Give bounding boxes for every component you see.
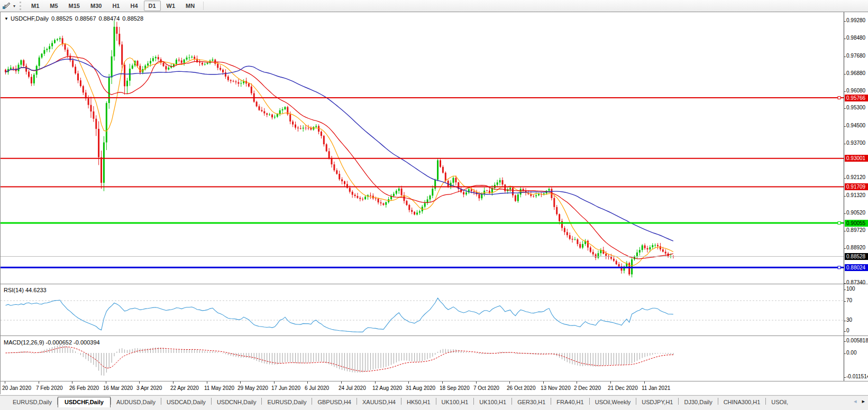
timeframe-button-w1[interactable]: W1 (162, 1, 180, 11)
tab-fra40-h1[interactable]: FRA40,H1 (551, 397, 589, 407)
rsi-canvas[interactable] (1, 285, 844, 336)
candle-body (341, 179, 343, 181)
candle-body (569, 235, 571, 239)
candle-body (559, 214, 560, 221)
candle-body (188, 58, 190, 58)
chart-collapse-icon[interactable]: ▼ (4, 16, 8, 21)
tab-eurusd-daily[interactable]: EURUSD,Daily (262, 397, 312, 407)
tab-scroll-left-icon[interactable]: ◂ (854, 397, 857, 405)
candle-body (18, 65, 20, 71)
candle-body (233, 81, 234, 81)
tab-usdchf-daily[interactable]: USDCHF,Daily (58, 397, 111, 407)
timeframe-button-h4[interactable]: H4 (125, 1, 142, 11)
tab-gbpusd-h4[interactable]: GBPUSD,H4 (312, 397, 357, 407)
tab-china300-h1[interactable]: CHINA300,H1 (718, 397, 766, 407)
tab-usdcad-daily[interactable]: USDCAD,Daily (161, 397, 211, 407)
chart-tools-dropdown-icon[interactable]: ▾ (11, 4, 17, 8)
tab-uk100-h1[interactable]: UK100,H1 (474, 397, 511, 407)
candle-body (471, 189, 472, 191)
timeframe-button-m1[interactable]: M1 (26, 1, 44, 11)
rsi-pane[interactable] (1, 285, 844, 336)
timeframe-button-m30[interactable]: M30 (86, 1, 106, 11)
axis-tick-mark (844, 57, 846, 57)
tab-usdcnh-daily[interactable]: USDCNH,Daily (212, 397, 262, 407)
tab-uk100-h1[interactable]: UK100,H1 (436, 397, 474, 407)
candle-body (419, 211, 421, 213)
candle-body (567, 232, 568, 235)
price-line-label-0.93001[interactable]: 0.93001 (845, 155, 868, 162)
date-axis-label: 20 Jan 2020 (2, 385, 31, 391)
candle-body (665, 251, 666, 253)
macd-canvas[interactable] (1, 337, 844, 381)
price-line-label-0.88024[interactable]: 0.88024 (845, 264, 868, 271)
candle-body (274, 117, 276, 117)
candle-body (416, 212, 418, 215)
hline-handle[interactable] (838, 266, 840, 269)
date-tick-mark (543, 381, 544, 384)
top-toolbar: ▾ M1M5M15M30H1H4D1W1MN (0, 0, 868, 12)
tab-usdjpy-h1[interactable]: USDJPY,H1 (636, 397, 678, 407)
candle-body (595, 254, 597, 257)
tab-usoil[interactable]: USOil, (766, 397, 793, 407)
chart-tools-icon[interactable] (2, 2, 11, 10)
candle-body (504, 184, 506, 191)
candle-body (126, 81, 128, 87)
axis-tick-mark (844, 331, 846, 332)
timeframe-button-d1[interactable]: D1 (144, 1, 161, 11)
price-axis-label: 0.89720 (846, 227, 865, 234)
tab-ger30-h1[interactable]: GER30,H1 (512, 397, 551, 407)
tab-eurusd-daily[interactable]: EURUSD,Daily (7, 397, 57, 407)
candle-body (121, 44, 123, 64)
candle-body (269, 115, 270, 115)
price-line-label-0.95766[interactable]: 0.95766 (845, 95, 868, 101)
timeframe-button-m5[interactable]: M5 (45, 1, 62, 11)
price-axis-label: 0.95300 (846, 105, 865, 111)
timeframe-button-m15[interactable]: M15 (64, 1, 85, 11)
candle-body (237, 82, 239, 84)
timeframe-button-mn[interactable]: MN (181, 1, 199, 11)
tab-dj30-daily[interactable]: DJ30,Daily (679, 397, 717, 407)
candle-body (33, 74, 35, 83)
price-line-label-0.91709[interactable]: 0.91709 (845, 183, 868, 190)
candle-body (111, 57, 113, 78)
axis-tick-mark (844, 377, 846, 378)
timeframe-button-h1[interactable]: H1 (107, 1, 124, 11)
tab-hk50-h1[interactable]: HK50,H1 (401, 397, 436, 407)
macd-pane[interactable] (1, 337, 844, 381)
candle-body (31, 77, 32, 83)
main-price-pane[interactable] (1, 13, 844, 284)
tab-usoil-weekly[interactable]: USOil,Weekly (590, 397, 636, 407)
date-axis-label: 13 Nov 2020 (541, 385, 571, 391)
candle-body (106, 103, 107, 142)
candle-body (613, 259, 615, 261)
hline-handle[interactable] (838, 97, 840, 99)
chart-ohlc-values: 0.885250.885670.884740.88528 (49, 15, 143, 22)
date-axis-label: 12 Aug 2020 (372, 385, 402, 391)
candle-body (225, 72, 226, 77)
date-axis[interactable]: 20 Jan 20207 Feb 202026 Feb 202016 Mar 2… (1, 381, 868, 395)
candle-body (88, 98, 89, 105)
tab-xauusd-h4[interactable]: XAUUSD,H4 (357, 397, 401, 407)
candle-body (168, 68, 169, 70)
chart-title: ▼USDCHF,Daily0.885250.885670.884740.8852… (4, 15, 143, 22)
candle-body (235, 81, 237, 82)
candle-body (41, 54, 43, 58)
date-tick-mark (610, 381, 611, 384)
tab-audusd-daily[interactable]: AUDUSD,Daily (111, 397, 161, 407)
candle-body (23, 60, 24, 66)
date-axis-label: 29 May 2020 (237, 385, 268, 391)
main-chart-canvas[interactable] (1, 13, 844, 284)
candle-body (230, 80, 232, 81)
axis-tick-mark (844, 231, 846, 231)
candle-body (654, 245, 656, 246)
rsi-axis-label: 70 (846, 297, 852, 304)
candle-body (155, 57, 157, 58)
price-line-label-0.90055[interactable]: 0.90055 (845, 220, 868, 227)
candle-body (150, 61, 151, 63)
hline-handle[interactable] (838, 222, 840, 225)
candle-body (406, 201, 407, 205)
tab-scroll-right-icon[interactable]: ▸ (862, 397, 865, 405)
candle-body (75, 67, 76, 73)
candle-body (10, 68, 12, 69)
candle-body (339, 174, 340, 179)
